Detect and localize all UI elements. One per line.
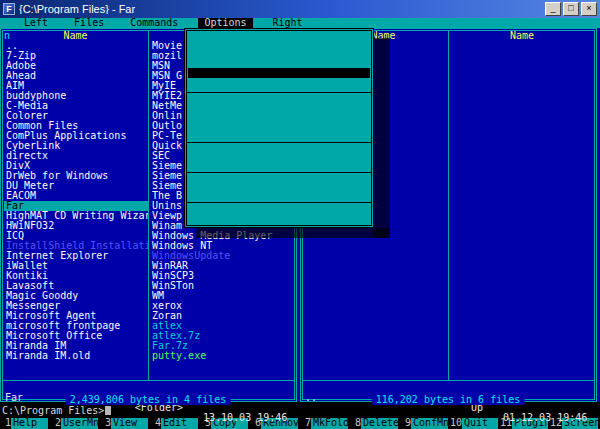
fkey-button[interactable]: 3 View: [100, 418, 150, 429]
menu-item[interactable]: System settings: [187, 38, 371, 48]
menu-separator: [187, 198, 371, 208]
file-item[interactable]: ICQ: [4, 231, 148, 241]
file-item[interactable]: DivX: [4, 161, 148, 171]
menu-item[interactable]: Files highlighting: [187, 188, 371, 198]
fkey-button[interactable]: 10 Quit: [450, 418, 500, 429]
file-item[interactable]: WinSTon: [150, 281, 294, 291]
file-item[interactable]: Common Files: [4, 121, 148, 131]
status-file-datetime: 13.10.03 19:46: [203, 413, 287, 423]
file-item[interactable]: CyberLink: [4, 141, 148, 151]
menu-item[interactable]: Colors: [187, 178, 371, 188]
file-item[interactable]: Miranda IM: [4, 341, 148, 351]
menu-separator: [187, 138, 371, 148]
menubar-item[interactable]: Files: [68, 18, 110, 28]
fkey-button[interactable]: 4 Edit: [150, 418, 200, 429]
menu-item[interactable]: Interface settings: [187, 58, 371, 68]
menu-item[interactable]: Languages: [188, 68, 370, 78]
file-item[interactable]: Kontiki: [4, 271, 148, 281]
fkey-number: 9: [400, 418, 411, 429]
menubar-item[interactable]: Right: [267, 18, 309, 28]
file-item[interactable]: buddyphone: [4, 91, 148, 101]
minimize-button[interactable]: _: [545, 2, 561, 16]
file-item[interactable]: ComPlus Applications: [4, 131, 148, 141]
menu-item[interactable]: Viewer settings: [187, 148, 371, 158]
menu-shadow: [374, 38, 390, 238]
file-item[interactable]: DU Meter: [4, 181, 148, 191]
file-item[interactable]: Zoran: [150, 311, 294, 321]
file-item[interactable]: Far: [4, 201, 148, 211]
status-file-datetime: 01.12.03 19:46: [503, 413, 587, 423]
file-item[interactable]: ..: [4, 41, 148, 51]
file-item[interactable]: Miranda IM.old: [4, 351, 148, 361]
file-item[interactable]: HWiNFO32: [4, 221, 148, 231]
file-item[interactable]: InstallShield Installati: [4, 241, 148, 251]
file-item[interactable]: Magic Gooddy: [4, 291, 148, 301]
file-item[interactable]: AIM: [4, 81, 148, 91]
file-item[interactable]: WM: [150, 291, 294, 301]
file-item[interactable]: HighMAT CD Writing Wizar: [4, 211, 148, 221]
file-item[interactable]: putty.exe: [150, 351, 294, 361]
file-item[interactable]: atlex: [150, 321, 294, 331]
file-item[interactable]: Internet Explorer: [4, 251, 148, 261]
file-item[interactable]: Colorer: [4, 111, 148, 121]
menu-separator: [187, 88, 371, 98]
menu-item[interactable]: File descriptions: [187, 118, 371, 128]
column-divider: [448, 31, 449, 381]
fkey-button[interactable]: 2 UserMn: [50, 418, 100, 429]
fkey-button[interactable]: 9 ConfMn: [400, 418, 450, 429]
file-item[interactable]: Microsoft Office: [4, 331, 148, 341]
status-file-name: ..: [305, 393, 317, 403]
file-item[interactable]: Messenger: [4, 301, 148, 311]
file-item[interactable]: WinSCP3: [150, 271, 294, 281]
file-item[interactable]: Lavasoft: [4, 281, 148, 291]
text-cursor: [105, 406, 111, 415]
file-item[interactable]: Ahead: [4, 71, 148, 81]
fkey-button[interactable]: 8 Delete: [350, 418, 400, 429]
panel-totals: 116,202 bytes in 6 files: [372, 395, 525, 405]
file-item[interactable]: DrWeb for Windows: [4, 171, 148, 181]
fkey-number: 2: [50, 418, 61, 429]
file-item[interactable]: atlex.7z: [150, 331, 294, 341]
fkey-label: UserMn: [61, 418, 98, 429]
menu-item[interactable]: Plugins configuration: [187, 78, 371, 88]
fkey-label: ConfMn: [411, 418, 448, 429]
menu-item[interactable]: Editor settings: [187, 158, 371, 168]
file-item[interactable]: Windows NT: [150, 241, 294, 251]
file-column: ..7-ZipAdobeAheadAIMbuddyphoneC-MediaCol…: [4, 41, 148, 361]
menu-item[interactable]: Folder description files: [187, 128, 371, 138]
file-item[interactable]: microsoft frontpage: [4, 321, 148, 331]
file-item[interactable]: Far.7z: [150, 341, 294, 351]
menu-item[interactable]: Shift-F9 Save setup: [187, 208, 371, 218]
menu-item[interactable]: Panel settings: [187, 48, 371, 58]
fkey-number: 10: [450, 418, 462, 429]
file-item[interactable]: WindowsUpdate: [150, 251, 294, 261]
menubar-item[interactable]: Commands: [124, 18, 184, 28]
close-button[interactable]: ×: [581, 2, 597, 16]
menubar-item[interactable]: Left: [18, 18, 54, 28]
fkey-label: Quit: [462, 418, 498, 429]
menu-item[interactable]: Confirmations: [187, 98, 371, 108]
menu-bar: LeftFilesCommandsOptionsRight: [0, 18, 600, 28]
file-item[interactable]: EACOM: [4, 191, 148, 201]
file-item[interactable]: xerox: [150, 301, 294, 311]
fkey-label: View: [111, 418, 148, 429]
fkey-number: 4: [150, 418, 161, 429]
file-item[interactable]: C-Media: [4, 101, 148, 111]
file-item[interactable]: directx: [4, 151, 148, 161]
file-item[interactable]: Microsoft Agent: [4, 311, 148, 321]
file-item[interactable]: 7-Zip: [4, 51, 148, 61]
menu-item[interactable]: File panel modes: [187, 108, 371, 118]
menubar-item[interactable]: Options: [198, 18, 252, 28]
file-item[interactable]: WinRAR: [150, 261, 294, 271]
maximize-button[interactable]: □: [563, 2, 579, 16]
far-manager-window: F {C:\Program Files} - Far _ □ × LeftFil…: [0, 0, 600, 429]
status-separator-line: [3, 380, 294, 381]
far-app-icon[interactable]: F: [3, 3, 15, 15]
window-title: {C:\Program Files} - Far: [19, 4, 543, 14]
column-header-name: Name: [450, 31, 594, 41]
file-item[interactable]: iWallet: [4, 261, 148, 271]
column-divider: [148, 31, 149, 381]
fkey-number: 3: [100, 418, 111, 429]
window-titlebar: F {C:\Program Files} - Far _ □ ×: [0, 0, 600, 18]
file-item[interactable]: Adobe: [4, 61, 148, 71]
